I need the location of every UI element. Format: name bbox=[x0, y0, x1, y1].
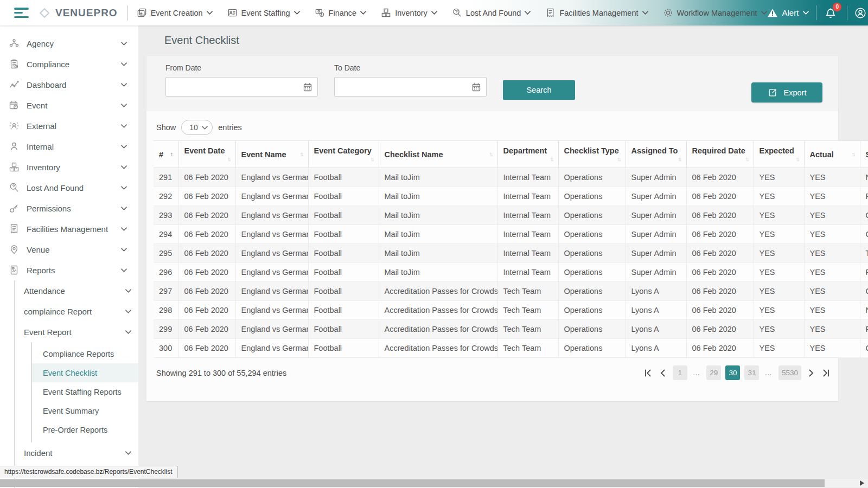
nav-item-finance[interactable]: Finance bbox=[315, 8, 367, 18]
sidebar-subitem-attendance[interactable]: Attendance bbox=[15, 280, 138, 301]
nav-item-inventory[interactable]: Inventory bbox=[381, 8, 437, 18]
sidebar-subitem-link[interactable]: Event Summary bbox=[32, 401, 138, 420]
sidebar-subitem-link[interactable]: Event Staffing Reports bbox=[32, 382, 138, 401]
calendar-icon[interactable] bbox=[303, 82, 312, 92]
sidebar-item-facilities-management[interactable]: Facilities Management bbox=[0, 219, 138, 239]
cell-required-date: 06 Feb 2020 bbox=[686, 301, 754, 320]
cell-expected: YES bbox=[754, 168, 804, 187]
nav-item-label: Lost And Found bbox=[466, 9, 521, 17]
to-date-label: To Date bbox=[334, 63, 487, 72]
column-header-event-date[interactable]: Event Date↑↓ bbox=[178, 141, 235, 168]
nav-item-event-creation[interactable]: Event Creation bbox=[137, 8, 213, 18]
column-header-checklist-type[interactable]: Checklist Type↑↓ bbox=[558, 141, 626, 168]
chevron-down-icon bbox=[431, 11, 437, 15]
sidebar-item-inventory[interactable]: Inventory bbox=[0, 157, 138, 177]
cell-required-date: 06 Feb 2020 bbox=[686, 263, 754, 282]
cell-actual: YES bbox=[804, 225, 860, 244]
first-page-button[interactable] bbox=[642, 368, 653, 378]
next-page-button[interactable] bbox=[806, 368, 816, 378]
page-button[interactable]: 31 bbox=[744, 365, 759, 380]
permissions-icon bbox=[9, 203, 20, 214]
sidebar-item-external[interactable]: External bbox=[0, 115, 138, 136]
page-button[interactable]: … bbox=[692, 365, 703, 380]
cell-assigned-to: Lyons A bbox=[626, 282, 686, 301]
cell-event-category: Football bbox=[308, 225, 379, 244]
column-header-expected[interactable]: Expected↑↓ bbox=[754, 141, 804, 168]
nav-item-workflow-management[interactable]: Workflow Management bbox=[663, 8, 767, 18]
column-header-event-name[interactable]: Event Name↑↓ bbox=[235, 141, 308, 168]
sidebar-item-dashboard[interactable]: Dashboard bbox=[0, 74, 138, 95]
page-button[interactable]: 30 bbox=[725, 365, 740, 380]
notifications-button[interactable]: 0 bbox=[824, 7, 840, 20]
cell-index: 300 bbox=[154, 339, 178, 358]
sidebar-item-label: Dashboard bbox=[27, 80, 66, 89]
page-size-select[interactable]: 10 bbox=[181, 120, 213, 135]
cell-event-date: 06 Feb 2020 bbox=[178, 339, 235, 358]
chevron-down-icon bbox=[121, 207, 127, 210]
chevron-down-icon bbox=[121, 62, 127, 66]
brand-logo[interactable]: VENUEPRO bbox=[39, 7, 118, 19]
column-header-assigned-to[interactable]: Assigned To↑↓ bbox=[626, 141, 686, 168]
page-size-row: Show 10 entries bbox=[156, 120, 838, 135]
page-button[interactable]: 5530 bbox=[778, 365, 801, 380]
nav-item-facilities-management[interactable]: Facilities Management bbox=[545, 8, 648, 18]
search-button[interactable]: Search bbox=[503, 80, 575, 100]
cell-event-name: England vs Germany bbox=[235, 168, 308, 187]
horizontal-scrollbar[interactable] bbox=[0, 479, 868, 487]
column-header-department[interactable]: Department↑↓ bbox=[497, 141, 558, 168]
cell-checklist-type: Operations bbox=[558, 168, 626, 187]
cell-event-category: Football bbox=[308, 187, 379, 206]
sidebar-subitem-link[interactable]: Compliance Reports bbox=[32, 344, 138, 363]
sidebar-item-reports[interactable]: Reports bbox=[0, 260, 138, 280]
scrollbar-thumb[interactable] bbox=[0, 479, 825, 487]
column-header-event-category[interactable]: Event Category↑↓ bbox=[308, 141, 379, 168]
chevron-down-icon bbox=[803, 11, 809, 15]
sidebar-item-event[interactable]: Event bbox=[0, 95, 138, 115]
cell-status: C bbox=[860, 225, 868, 244]
sidebar-subitem-complaince-report[interactable]: complaince Report bbox=[15, 301, 138, 322]
page-button[interactable]: … bbox=[763, 365, 774, 380]
nav-item-lost-and-found[interactable]: Lost And Found bbox=[452, 8, 531, 18]
divider bbox=[127, 5, 128, 21]
column-header-required-date[interactable]: Required Date↑↓ bbox=[686, 141, 754, 168]
calendar-icon[interactable] bbox=[471, 82, 481, 92]
page-size-value: 10 bbox=[189, 123, 198, 132]
cell-required-date: 06 Feb 2020 bbox=[686, 225, 754, 244]
last-page-button[interactable] bbox=[821, 368, 832, 378]
table-row: 291 06 Feb 2020 England vs Germany Footb… bbox=[154, 168, 868, 187]
sidebar-subitem-incident[interactable]: Incident bbox=[15, 442, 138, 463]
to-date-input[interactable] bbox=[335, 78, 486, 96]
sidebar-item-permissions[interactable]: Permissions bbox=[0, 198, 138, 219]
page-buttons: 1…293031…5530 bbox=[673, 365, 801, 380]
sidebar-item-internal[interactable]: Internal bbox=[0, 136, 138, 157]
alert-menu[interactable]: Alert bbox=[767, 8, 809, 18]
sort-icon: ↑↓ bbox=[745, 156, 748, 162]
export-button[interactable]: Export bbox=[751, 82, 822, 102]
sidebar-subitem-link[interactable]: Pre-Order Reports bbox=[32, 420, 138, 439]
sidebar-menu: Agency Compliance Dashboard Event Extern bbox=[0, 25, 138, 488]
menu-toggle-icon[interactable] bbox=[14, 8, 29, 18]
page-button[interactable]: 1 bbox=[673, 365, 687, 380]
sort-icon: ↑↓ bbox=[300, 151, 303, 157]
column-header-checklist-name[interactable]: Checklist Name↑↓ bbox=[379, 141, 497, 168]
sidebar-item-agency[interactable]: Agency bbox=[0, 33, 138, 54]
sidebar-item-lost-and-found[interactable]: Lost And Found bbox=[0, 177, 138, 198]
column-header-actual[interactable]: Actual↑↓ bbox=[804, 141, 860, 168]
user-menu[interactable]: Admin bbox=[854, 7, 868, 19]
sidebar-subitem-event-report[interactable]: Event Report bbox=[15, 322, 138, 342]
sidebar-item-venue[interactable]: Venue bbox=[0, 239, 138, 260]
scrollbar-right-arrow-icon[interactable] bbox=[860, 480, 864, 486]
page-button[interactable]: 29 bbox=[706, 365, 721, 380]
sort-icon: ↑↓ bbox=[617, 156, 620, 162]
nav-item-event-staffing[interactable]: Event Staffing bbox=[227, 8, 300, 18]
from-date-input[interactable] bbox=[166, 78, 317, 96]
column-header-index[interactable]: #↑↓ bbox=[154, 141, 178, 168]
column-header-status[interactable]: Status bbox=[860, 141, 868, 168]
sidebar-item-compliance[interactable]: Compliance bbox=[0, 54, 138, 74]
event-staffing-icon bbox=[227, 8, 238, 18]
previous-page-button[interactable] bbox=[658, 368, 668, 378]
cell-checklist-name: Accreditation Passes for Crowdsafe bbox=[379, 301, 497, 320]
cell-event-name: England vs Germany bbox=[235, 206, 308, 225]
sidebar-item-label: Agency bbox=[27, 39, 54, 48]
sidebar-subitem-link[interactable]: Event Checklist bbox=[32, 363, 138, 382]
